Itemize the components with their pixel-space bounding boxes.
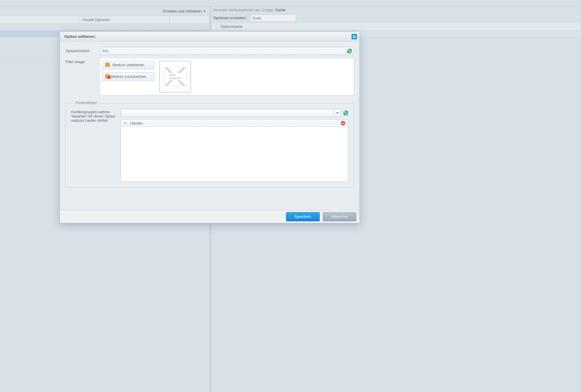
dialog-header: Option editieren: [60, 32, 359, 42]
select-medium-label: Medium selektieren [112, 63, 144, 67]
option-name-row: Optionenname: [65, 47, 354, 55]
cancel-button[interactable]: Abbrechen [323, 212, 356, 221]
option-name-field-wrapper [100, 47, 354, 55]
image-thumbnail: sorry, no picture [159, 61, 191, 93]
media-block: Medium selektieren Medium zurücksetzen s… [100, 58, 354, 95]
customer-groups-combo [121, 109, 341, 117]
option-name-input[interactable] [102, 49, 344, 53]
right-panel-header: Verwalte Attributoptionen der Gruppe: Fa… [210, 7, 581, 23]
left-grid-header: Anzahl Optionen [0, 16, 209, 24]
chevron-down-icon [203, 11, 206, 12]
manage-group-prefix: Verwalte Attributoptionen der Gruppe: [213, 8, 274, 12]
tag-row[interactable]: Händler [121, 120, 348, 127]
dialog-footer: Speichern Abbrechen [60, 210, 359, 223]
drag-handle-icon[interactable] [123, 122, 127, 124]
create-options-input[interactable] [250, 15, 296, 21]
thumb-line2: no picture [169, 77, 181, 80]
col-blank [0, 16, 79, 24]
folder-icon [105, 63, 110, 67]
customer-groups-taglist: Händler [121, 119, 348, 182]
tag-remove-button[interactable] [341, 121, 345, 125]
freetext-legend: Freitextfelder [74, 101, 99, 105]
dialog-title: Option editieren: [64, 34, 96, 39]
thumb-line1: sorry, [169, 73, 181, 77]
reset-medium-label: Medium zurücksetzen [111, 74, 146, 79]
globe-icon[interactable] [343, 111, 348, 115]
option-edit-dialog: Option editieren: Optionenname: Filter i… [60, 31, 360, 223]
left-toolbar: Erstellen und Aktivieren [0, 7, 209, 16]
customer-groups-input[interactable] [121, 109, 334, 117]
table-row[interactable] [0, 24, 209, 31]
right-grid-header: Optionsname [210, 23, 581, 31]
tag-name: Händler [127, 121, 341, 125]
freetext-fieldset: Freitextfelder Kundengruppen welche Vari… [65, 103, 354, 187]
col-options-count[interactable]: Anzahl Optionen [79, 16, 170, 24]
chevron-down-icon [336, 112, 339, 114]
reset-medium-button[interactable]: Medium zurücksetzen [102, 72, 154, 81]
combo-trigger[interactable] [334, 109, 340, 117]
close-icon [353, 35, 356, 38]
customer-groups-label: Kundengruppen welche Varianten mit diese… [71, 109, 117, 123]
create-activate-dropdown[interactable]: Erstellen und Aktivieren [163, 9, 201, 13]
top-bar [0, 0, 581, 7]
option-name-label: Optionenname: [65, 47, 96, 53]
filter-image-label: Filter image: [65, 58, 96, 64]
col-blank-right [170, 16, 209, 24]
filter-image-row: Filter image: Medium selektieren Medium … [65, 58, 354, 95]
create-options-label: Optionen erstellen: [213, 16, 247, 20]
save-button[interactable]: Speichern [286, 212, 320, 221]
close-button[interactable] [351, 34, 357, 39]
select-medium-button[interactable]: Medium selektieren [102, 61, 154, 69]
no-picture-icon: sorry, no picture [164, 67, 186, 86]
folder-reset-icon [105, 75, 110, 78]
globe-icon[interactable] [347, 49, 352, 53]
manage-group-name: Farbe [275, 8, 285, 12]
col-option-name[interactable]: Optionsname [218, 23, 581, 30]
